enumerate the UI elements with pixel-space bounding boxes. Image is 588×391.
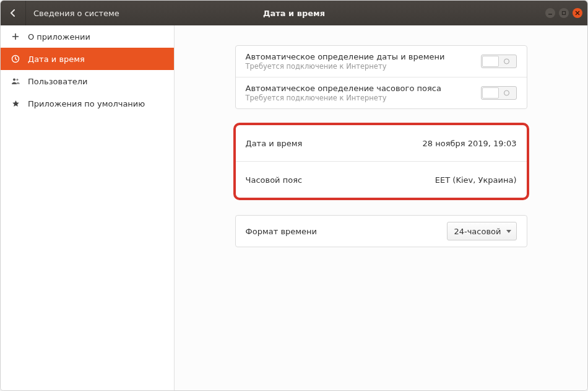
row-auto-datetime: Автоматическое определение даты и времен… (236, 46, 527, 77)
toggle-knob (482, 56, 499, 67)
datetime-value: 28 ноября 2019, 19:03 (423, 139, 517, 148)
auto-panel: Автоматическое определение даты и времен… (235, 45, 527, 109)
maximize-icon (561, 11, 566, 15)
svg-point-3 (13, 79, 15, 81)
toggle-knob (482, 87, 499, 99)
sidebar-item-users[interactable]: Пользователи (1, 70, 174, 92)
datetime-panel-highlighted: Дата и время 28 ноября 2019, 19:03 Часов… (233, 123, 529, 200)
chevron-down-icon (506, 230, 511, 233)
breadcrumb: Сведения о системе (26, 9, 119, 18)
titlebar: Сведения о системе Дата и время (1, 1, 587, 25)
sidebar: О приложении Дата и время Пользователи П… (1, 25, 175, 390)
timezone-value: EET (Kiev, Украина) (435, 175, 517, 185)
users-icon (11, 77, 20, 85)
sidebar-item-label: Дата и время (28, 55, 85, 64)
sidebar-item-label: Пользователи (28, 77, 88, 86)
time-format-dropdown[interactable]: 24-часовой (447, 222, 516, 240)
row-auto-timezone: Автоматическое определение часового пояс… (236, 77, 527, 108)
auto-datetime-title: Автоматическое определение даты и времен… (246, 52, 445, 61)
body: О приложении Дата и время Пользователи П… (1, 25, 587, 390)
settings-window: Сведения о системе Дата и время О прилож… (0, 0, 588, 391)
sidebar-item-about[interactable]: О приложении (1, 25, 174, 48)
auto-timezone-toggle[interactable] (481, 86, 517, 100)
sidebar-item-label: О приложении (28, 32, 90, 42)
window-controls (545, 8, 587, 18)
minimize-icon (548, 11, 553, 15)
auto-datetime-toggle[interactable] (481, 55, 517, 68)
sidebar-item-label: Приложения по умолчанию (28, 99, 145, 108)
minimize-button[interactable] (545, 8, 555, 18)
auto-datetime-subtitle: Требуется подключение к Интернету (246, 62, 445, 71)
toggle-off-indicator (504, 90, 509, 96)
auto-timezone-title: Автоматическое определение часового пояс… (246, 84, 441, 93)
chevron-left-icon (9, 9, 17, 17)
svg-rect-1 (563, 12, 566, 15)
auto-timezone-subtitle: Требуется подключение к Интернету (246, 94, 441, 102)
svg-point-4 (16, 79, 18, 81)
plus-icon (11, 33, 20, 40)
content-pane: Автоматическое определение даты и времен… (175, 25, 587, 390)
clock-icon (11, 55, 20, 63)
star-icon (11, 100, 20, 108)
time-format-value: 24-часовой (454, 227, 501, 236)
back-button[interactable] (1, 1, 26, 25)
row-time-format: Формат времени 24-часовой (236, 216, 527, 247)
maximize-button[interactable] (559, 8, 569, 18)
sidebar-item-default-apps[interactable]: Приложения по умолчанию (1, 92, 174, 115)
datetime-label: Дата и время (246, 139, 303, 148)
sidebar-item-datetime[interactable]: Дата и время (1, 48, 174, 70)
timezone-label: Часовой пояс (246, 175, 303, 185)
toggle-off-indicator (504, 59, 509, 64)
row-timezone[interactable]: Часовой пояс EET (Kiev, Украина) (236, 161, 527, 198)
close-icon (575, 11, 580, 15)
time-format-label: Формат времени (246, 227, 318, 236)
time-format-panel: Формат времени 24-часовой (235, 215, 527, 247)
close-button[interactable] (573, 8, 582, 18)
row-datetime[interactable]: Дата и время 28 ноября 2019, 19:03 (236, 125, 527, 161)
